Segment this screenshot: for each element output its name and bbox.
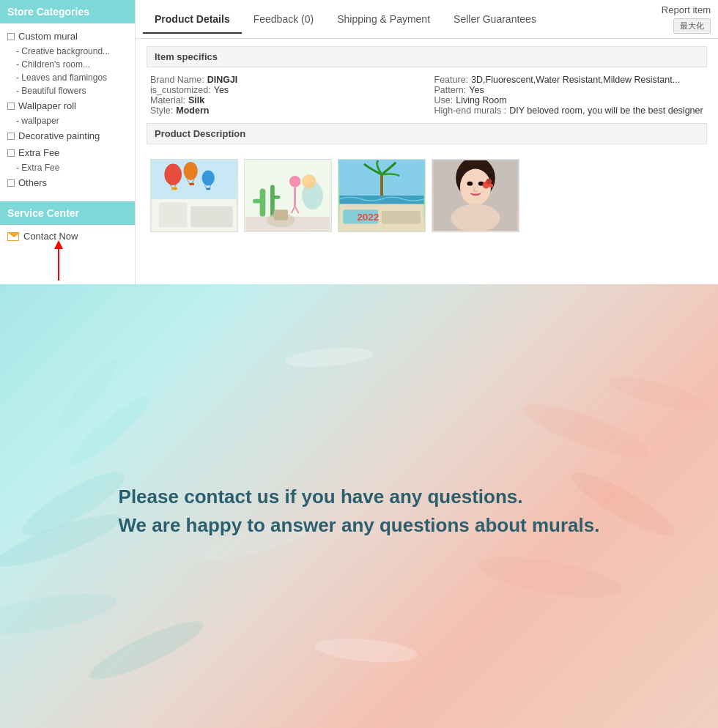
product-image-abstract[interactable]: [244, 159, 332, 232]
svg-point-53: [0, 585, 119, 642]
sidebar: Store Categories Custom mural Creative b…: [0, 0, 136, 284]
hero-text: Please contact us if you have any questi…: [119, 483, 600, 540]
svg-point-56: [519, 394, 654, 467]
spec-label-customized: is_customized:: [150, 85, 211, 95]
svg-marker-1: [54, 240, 63, 249]
report-item-area: Report item 最大化: [662, 0, 711, 38]
svg-rect-16: [206, 187, 210, 190]
spec-value-pattern: Yes: [469, 85, 484, 95]
resort-svg: 2022: [339, 160, 424, 231]
svg-point-58: [607, 370, 712, 417]
item-specifics-title: Item specifics: [147, 46, 707, 67]
spec-row-customized: is_customized: Yes: [150, 85, 420, 95]
sidebar-item-decorative[interactable]: Decorative painting: [0, 127, 135, 144]
sidebar-subitem-extra-fee[interactable]: Extra Fee: [0, 161, 135, 174]
svg-rect-22: [253, 199, 262, 204]
svg-point-49: [489, 184, 493, 188]
top-section: Store Categories Custom mural Creative b…: [0, 0, 718, 284]
spec-value-highend: DIY beloved room, you will be the best d…: [509, 105, 703, 116]
product-image-resort[interactable]: 2022: [338, 159, 426, 232]
spec-label-pattern: Pattern:: [434, 85, 467, 95]
svg-point-54: [84, 612, 208, 688]
spec-row-highend: High-end murals : DIY beloved room, you …: [434, 105, 704, 116]
expand-icon: [7, 33, 15, 40]
svg-rect-8: [171, 187, 177, 190]
hero-line2: We are happy to answer any questions abo…: [119, 511, 600, 540]
svg-point-25: [289, 176, 300, 187]
spec-row-feature: Feature: 3D,Fluorescent,Water Resistant,…: [434, 75, 704, 85]
spec-row-pattern: Pattern: Yes: [434, 85, 704, 95]
svg-point-44: [467, 182, 473, 186]
expand-icon-extra: [7, 149, 15, 157]
abstract-svg: [245, 160, 330, 231]
main-content: Product Details Feedback (0) Shipping & …: [136, 0, 718, 284]
envelope-icon: [7, 232, 19, 241]
spec-label-highend: High-end murals :: [434, 105, 507, 116]
spec-value-material: Silk: [188, 95, 204, 105]
page-wrapper: Store Categories Custom mural Creative b…: [0, 0, 718, 728]
spec-label-material: Material:: [150, 95, 185, 105]
sidebar-nav: Custom mural Creative background... Chil…: [0, 23, 135, 196]
spec-value-style: Modern: [176, 105, 209, 116]
svg-point-48: [486, 179, 492, 185]
product-image-portrait[interactable]: [432, 159, 519, 232]
spec-value-use: Living Room: [456, 95, 506, 105]
sidebar-subitem-childrens[interactable]: Children's room...: [0, 58, 135, 71]
sidebar-item-wallpaper-roll[interactable]: Wallpaper roll: [0, 97, 135, 114]
sidebar-subitem-wallpaper[interactable]: wallpaper: [0, 114, 135, 127]
product-images-row: 2022: [147, 155, 707, 239]
sidebar-subitem-flowers[interactable]: Beautiful flowers: [0, 84, 135, 97]
specifics-grid: Brand Name: DINGJI is_customized: Yes Ma…: [147, 75, 707, 116]
arrow-annotation: [44, 240, 135, 284]
svg-rect-18: [159, 203, 187, 228]
tab-product-details[interactable]: Product Details: [143, 6, 242, 34]
svg-rect-19: [190, 206, 233, 227]
sidebar-subitem-creative[interactable]: Creative background...: [0, 45, 135, 58]
spec-row-style: Style: Modern: [150, 105, 420, 116]
spec-row-material: Material: Silk: [150, 95, 420, 105]
arrow-svg: [44, 240, 73, 284]
store-categories-header: Store Categories: [0, 0, 135, 23]
svg-point-61: [314, 635, 418, 666]
tab-seller-guarantees[interactable]: Seller Guarantees: [442, 6, 548, 34]
svg-rect-24: [270, 196, 280, 199]
spec-row-brand: Brand Name: DINGJI: [150, 75, 420, 85]
sidebar-item-label: Custom mural: [18, 31, 78, 42]
spec-value-customized: Yes: [214, 85, 229, 95]
svg-point-9: [184, 162, 198, 180]
spec-label-use: Use:: [434, 95, 454, 105]
expand-icon-wallpaper: [7, 103, 15, 110]
svg-rect-33: [274, 209, 288, 220]
maximize-button[interactable]: 最大化: [673, 18, 711, 34]
tab-feedback[interactable]: Feedback (0): [242, 6, 325, 34]
svg-point-13: [202, 170, 215, 185]
service-center-header: Service Center: [0, 201, 135, 225]
svg-point-30: [302, 174, 316, 188]
svg-text:2022: 2022: [357, 212, 379, 223]
sidebar-subitem-flamingos[interactable]: Leaves and flamingos: [0, 71, 135, 84]
tab-shipping-payment[interactable]: Shipping & Payment: [325, 6, 442, 34]
sidebar-item-custom-mural[interactable]: Custom mural: [0, 28, 135, 45]
product-description-section: Product Description: [136, 123, 718, 247]
hero-section: Please contact us if you have any questi…: [0, 284, 718, 728]
sidebar-item-others[interactable]: Others: [0, 174, 135, 191]
spec-label-feature: Feature:: [434, 75, 469, 85]
sidebar-item-label: Extra Fee: [18, 147, 59, 158]
specs-right-col: Feature: 3D,Fluorescent,Water Resistant,…: [434, 75, 704, 116]
report-item-link[interactable]: Report item: [662, 4, 711, 15]
sidebar-item-label: Others: [18, 177, 47, 188]
product-image-balloons[interactable]: [150, 159, 238, 232]
sidebar-item-label: Decorative painting: [18, 130, 100, 141]
spec-label-brand: Brand Name:: [150, 75, 204, 85]
svg-point-60: [285, 345, 374, 370]
sidebar-item-extra-fee[interactable]: Extra Fee: [0, 144, 135, 161]
svg-rect-12: [189, 183, 194, 185]
balloon-svg: [152, 160, 237, 231]
expand-icon-decorative: [7, 133, 15, 140]
specs-left-col: Brand Name: DINGJI is_customized: Yes Ma…: [150, 75, 420, 116]
svg-point-59: [475, 549, 625, 606]
item-specifics-section: Item specifics Brand Name: DINGJI is_cus…: [136, 39, 718, 123]
svg-rect-39: [382, 211, 421, 223]
spec-value-brand: DINGJI: [207, 75, 238, 85]
portrait-svg: [433, 160, 518, 231]
